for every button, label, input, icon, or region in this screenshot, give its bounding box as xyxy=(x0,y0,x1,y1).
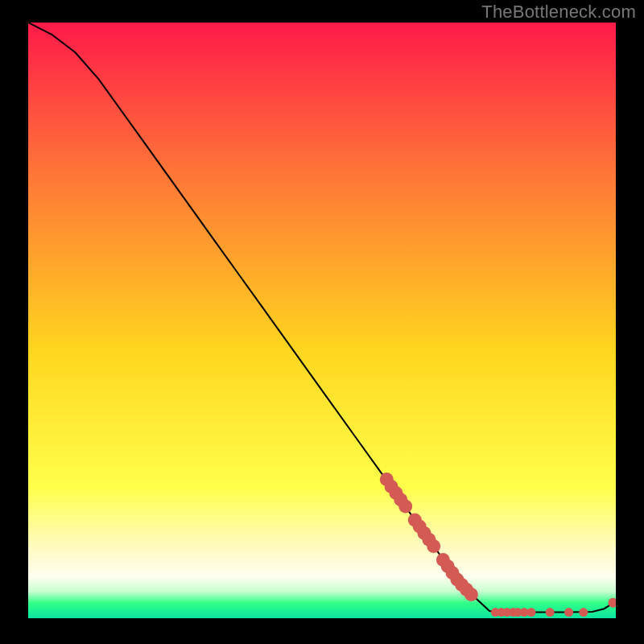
marker-dot xyxy=(464,588,478,601)
marker-dot xyxy=(427,539,440,553)
marker-dot xyxy=(526,608,535,617)
bottleneck-chart xyxy=(28,23,616,618)
chart-frame: TheBottleneck.com xyxy=(0,0,644,644)
marker-dot xyxy=(579,608,588,617)
plot-area xyxy=(28,23,616,618)
marker-dot xyxy=(546,608,555,617)
gradient-background xyxy=(28,23,616,618)
marker-dot xyxy=(398,499,412,513)
attribution-label: TheBottleneck.com xyxy=(481,2,636,23)
marker-dot xyxy=(564,608,573,617)
